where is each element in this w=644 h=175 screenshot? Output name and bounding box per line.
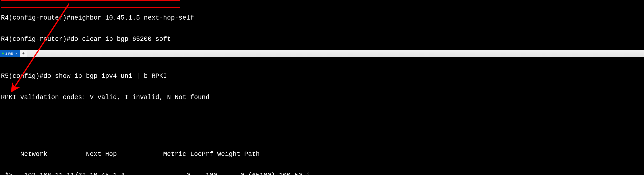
table-row: *> 192.168.11.11/32 10.45.1.4 0 100 0 (6…	[1, 172, 643, 175]
cli-line: R4(config-router)#neighbor 10.45.1.5 nex…	[1, 15, 643, 22]
bgp-table: Network Next Hop Metric LocPrf Weight Pa…	[1, 137, 643, 175]
blank-line	[1, 116, 643, 123]
cli-line: RPKI validation codes: V valid, I invali…	[1, 94, 643, 101]
cli-line: R5(config)#do show ip bgp ipv4 uni | b R…	[1, 73, 643, 80]
terminal-output-r5: R5(config)#do show ip bgp ipv4 uni | b R…	[1, 59, 643, 175]
cli-line: R4(config-router)#do clear ip bgp 65200 …	[1, 36, 643, 43]
terminal-pane-r4[interactable]: R4(config-router)#neighbor 10.45.1.5 nex…	[0, 0, 644, 50]
bgp-header: Network Next Hop Metric LocPrf Weight Pa…	[1, 151, 643, 158]
terminal-pane-r5[interactable]: R5(config)#do show ip bgp ipv4 uni | b R…	[0, 57, 644, 175]
